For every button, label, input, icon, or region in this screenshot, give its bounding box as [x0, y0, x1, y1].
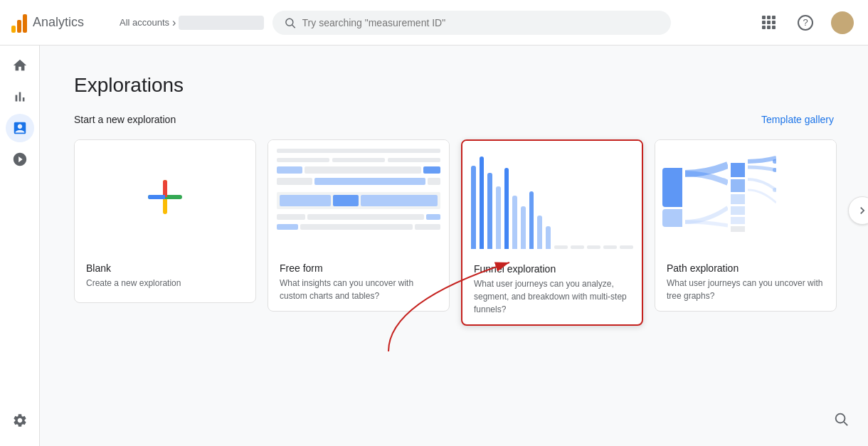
section-label: Start a new exploration	[74, 114, 176, 125]
nav-right-actions: ?	[754, 9, 857, 37]
explore-icon	[12, 120, 28, 136]
svg-line-7	[844, 422, 847, 425]
blank-card-desc: Create a new exploration	[86, 277, 244, 290]
free-form-card-desc: What insights can you uncover with custo…	[280, 277, 438, 302]
home-icon	[12, 58, 28, 73]
search-input[interactable]	[302, 17, 660, 28]
blank-card[interactable]: Blank Create a new exploration	[74, 139, 256, 303]
search-bar[interactable]	[272, 11, 671, 35]
apps-grid-button[interactable]	[754, 9, 783, 37]
path-flow-lines-2	[748, 154, 776, 240]
account-breadcrumb[interactable]: All accounts ›	[120, 16, 264, 30]
bottom-search-button[interactable]	[828, 406, 854, 432]
main-content: Explorations Start a new exploration Tem…	[40, 46, 868, 446]
blank-card-preview	[75, 140, 255, 254]
search-icon-bottom	[833, 411, 849, 427]
path-card-desc: What user journeys can you uncover with …	[667, 277, 825, 302]
logo-area[interactable]: Analytics	[11, 13, 111, 33]
free-form-card-title: Free form	[280, 262, 438, 274]
help-button[interactable]: ?	[791, 9, 820, 37]
section-header: Start a new exploration Template gallery	[74, 114, 834, 125]
funnel-card-preview	[462, 141, 642, 255]
funnel-card-info: Funnel exploration What user journeys ca…	[462, 255, 642, 324]
path-card-title: Path exploration	[667, 262, 825, 274]
free-form-card[interactable]: Free form What insights can you uncover …	[268, 139, 450, 312]
sidebar-item-explore[interactable]	[6, 114, 34, 142]
template-gallery-link[interactable]: Template gallery	[761, 114, 834, 125]
sidebar-item-reports[interactable]	[6, 83, 34, 111]
svg-point-0	[286, 18, 293, 26]
funnel-card[interactable]: Funnel exploration What user journeys ca…	[461, 139, 643, 326]
search-icon	[284, 16, 296, 29]
sidebar-item-advertising[interactable]	[6, 145, 34, 174]
funnel-card-title: Funnel exploration	[474, 263, 630, 275]
help-icon: ?	[798, 15, 813, 31]
apps-grid-icon	[762, 16, 775, 29]
settings-icon	[12, 413, 28, 428]
path-card-info: Path exploration What user journeys can …	[655, 254, 836, 311]
plus-icon	[148, 180, 182, 214]
account-label: All accounts	[120, 17, 169, 28]
account-name-blur	[179, 16, 264, 30]
page-title: Explorations	[74, 74, 834, 97]
user-avatar-button[interactable]	[828, 9, 857, 37]
cards-row: Blank Create a new exploration	[74, 139, 834, 326]
chevron-right-icon: ›	[172, 16, 176, 29]
user-avatar	[831, 11, 854, 34]
sidebar	[0, 46, 40, 446]
bar-chart-icon	[12, 89, 28, 105]
svg-point-6	[836, 414, 845, 423]
path-flow-lines	[685, 154, 728, 240]
app-title: Analytics	[33, 15, 84, 30]
path-card-preview	[655, 140, 836, 254]
funnel-card-desc: What user journeys can you analyze, segm…	[474, 277, 630, 316]
top-navigation: Analytics All accounts › ?	[0, 0, 868, 46]
sidebar-item-admin[interactable]	[6, 406, 34, 435]
path-card[interactable]: Path exploration What user journeys can …	[655, 139, 837, 312]
blank-card-title: Blank	[86, 262, 244, 274]
blank-card-info: Blank Create a new exploration	[75, 254, 255, 298]
free-form-card-preview	[268, 140, 449, 254]
google-analytics-logo	[11, 13, 27, 33]
chevron-right-icon	[855, 203, 868, 218]
next-button[interactable]	[848, 196, 868, 225]
sidebar-item-home[interactable]	[6, 51, 34, 80]
svg-line-1	[292, 25, 295, 28]
advertising-icon	[12, 152, 28, 167]
free-form-card-info: Free form What insights can you uncover …	[268, 254, 449, 311]
